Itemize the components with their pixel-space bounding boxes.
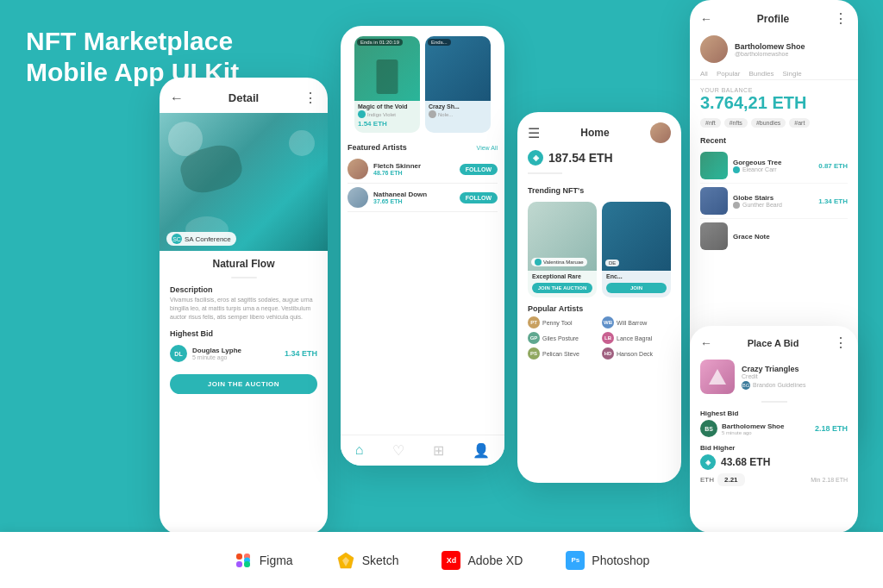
follow-button-2[interactable]: FOLLOW: [460, 192, 498, 203]
profile-user-name: Bartholomew Shoe: [735, 42, 805, 51]
trend-join-btn-1[interactable]: JOIN THE AUCTION: [532, 283, 592, 293]
bidder-time: 5 minute ago: [722, 430, 784, 435]
tag-bundles[interactable]: #bundles: [751, 118, 786, 128]
recent-artist-2: Gunther Beard: [733, 202, 813, 209]
bid-nft-name: Crazy Triangles: [742, 365, 806, 373]
trend-card-2: DE Enc... JOIN: [602, 202, 671, 297]
balance-divider: [528, 172, 562, 174]
artist-avatar-2: [348, 187, 368, 208]
recent-artist-name-2: Gunther Beard: [742, 202, 782, 208]
hamburger-icon[interactable]: ☰: [528, 125, 540, 141]
pop-artist-2: WB Will Barrow: [602, 316, 671, 328]
trend-join-btn-2[interactable]: JOIN: [606, 283, 667, 293]
more-options-icon[interactable]: ⋮: [304, 90, 317, 106]
ps-icon: Ps: [566, 551, 585, 570]
back-arrow-profile[interactable]: ←: [700, 12, 712, 26]
view-all-link[interactable]: View All: [477, 145, 498, 151]
tag-art[interactable]: #art: [789, 118, 810, 128]
bidder-avatar: BS: [700, 420, 717, 437]
screen-detail: ← Detail ⋮ SC SA Conference Natural Flow…: [160, 78, 328, 535]
recent-name-1: Gorgeous Tree: [733, 159, 813, 166]
recent-title: Recent: [700, 136, 848, 145]
artist-details-2: Nathaneal Down 37.65 ETH: [373, 191, 460, 204]
artist-name-2: Nole...: [438, 112, 453, 117]
bid-amount: 1.34 ETH: [285, 349, 317, 358]
artist-row-2: Nathaneal Down 37.65 ETH FOLLOW: [348, 184, 498, 212]
trending-header: Trending NFT's: [517, 179, 681, 200]
user-badge-icon: SC: [172, 234, 182, 244]
profile-tabs: All Popular Bundles Single: [690, 68, 858, 80]
pop-name-4: Lance Bagral: [617, 335, 652, 341]
popular-artists-grid: PT Penny Tool GP Giles Posture PS Pelica…: [528, 316, 671, 360]
bid-more-icon[interactable]: ⋮: [834, 335, 848, 351]
recent-name-3: Grace Note: [733, 233, 848, 241]
recent-thumb-3: [700, 222, 728, 250]
eth-balance: 187.54 ETH: [548, 151, 613, 165]
nav-grid-icon[interactable]: ⊞: [433, 442, 444, 459]
creator-icon: BG: [742, 381, 750, 390]
tool-sketch: Sketch: [336, 551, 399, 570]
pop-artist-4: LB Lance Bagral: [602, 332, 671, 344]
artist-avatar-1: [348, 159, 368, 179]
xd-label: Adobe XD: [467, 554, 523, 567]
pop-artist-3: GP Giles Posture: [528, 332, 597, 344]
timer-badge-2: Ends...: [428, 39, 451, 46]
recent-item-2: Globe Stairs Gunther Beard 1.34 ETH: [700, 184, 848, 219]
join-auction-button[interactable]: JOIN THE AUCTION: [170, 374, 317, 394]
nav-person-icon[interactable]: 👤: [473, 442, 490, 459]
home-title: Home: [580, 127, 609, 139]
trend-card-2-info: Enc...: [602, 271, 671, 281]
nav-home-icon[interactable]: ⌂: [355, 442, 364, 459]
nft-image: SC SA Conference: [160, 113, 328, 251]
pop-name-1: Penny Tool: [542, 320, 573, 326]
tab-all[interactable]: All: [700, 70, 708, 78]
profile-more-icon[interactable]: ⋮: [834, 10, 848, 27]
trend-img-1: Valentina Maruae: [528, 202, 597, 271]
nft-card-2-img: Ends...: [425, 36, 491, 101]
tag-nfts[interactable]: #nfts: [724, 118, 748, 128]
featured-section: Featured Artists View All Fletch Skinner…: [341, 138, 504, 216]
min-bid-label: Min 2.18 ETH: [811, 477, 848, 483]
follow-button-1[interactable]: FOLLOW: [460, 164, 498, 175]
nft-card-2-artist-row: Nole...: [429, 110, 487, 118]
profile-header: ← Profile ⋮: [690, 0, 858, 32]
tab-bundles[interactable]: Bundles: [748, 70, 773, 78]
eth-input-value[interactable]: 2.21: [717, 473, 745, 486]
profile-title: Profile: [757, 13, 789, 25]
artist-eth-1: 48.76 ETH: [373, 170, 460, 176]
recent-item-2-info: Globe Stairs Gunther Beard: [733, 194, 813, 209]
nft-card-1-img: Ends in 01:20:19: [354, 36, 420, 101]
balance-section: YOUR BALANCE 3.764,21 ETH: [690, 80, 858, 116]
tags-row: #nft #nfts #bundles #art: [690, 116, 858, 133]
tab-single[interactable]: Single: [782, 70, 801, 78]
bidder-time: 5 minute ago: [192, 354, 285, 360]
artist-details-1: Fletch Skinner 48.76 ETH: [373, 162, 460, 176]
nft-card-1-artist-row: Indigo Violet: [358, 110, 416, 118]
pop-av-3: GP: [528, 332, 540, 344]
recent-thumb-2: [700, 187, 728, 215]
home-avatar: [650, 122, 671, 143]
recent-dot-1: [733, 166, 740, 173]
pop-av-1: PT: [528, 316, 540, 328]
home-top-bar: ☰ Home: [517, 112, 681, 148]
recent-item-1: Gorgeous Tree Eleanor Carr 0.87 ETH: [700, 148, 848, 184]
back-arrow-bid[interactable]: ←: [700, 336, 712, 350]
eth-input-row: ETH 2.21 Min 2.18 ETH: [700, 473, 848, 486]
featured-title: Featured Artists: [348, 143, 407, 152]
screen-browse: Ends in 01:20:19 Magic of the Void Indig…: [341, 26, 504, 466]
profile-avatar: [700, 35, 728, 63]
recent-artist-1: Eleanor Carr: [733, 166, 813, 173]
pop-name-5: Pelican Steve: [542, 351, 579, 357]
bid-title: Place A Bid: [748, 338, 799, 348]
trending-cards: Valentina Maruae Exceptional Rare JOIN T…: [517, 200, 681, 299]
popular-section: Popular Artists PT Penny Tool GP Giles P…: [517, 299, 681, 363]
pop-col-left: PT Penny Tool GP Giles Posture PS Pelica…: [528, 316, 597, 360]
back-arrow-icon[interactable]: ←: [170, 91, 184, 106]
tab-popular[interactable]: Popular: [717, 70, 741, 78]
vm-badge: Valentina Maruae: [531, 258, 587, 266]
recent-eth-2: 1.34 ETH: [818, 197, 848, 205]
recent-item-1-info: Gorgeous Tree Eleanor Carr: [733, 159, 813, 173]
divider: [231, 277, 257, 278]
tag-nft[interactable]: #nft: [700, 118, 721, 128]
nav-heart-icon[interactable]: ♡: [392, 442, 404, 459]
